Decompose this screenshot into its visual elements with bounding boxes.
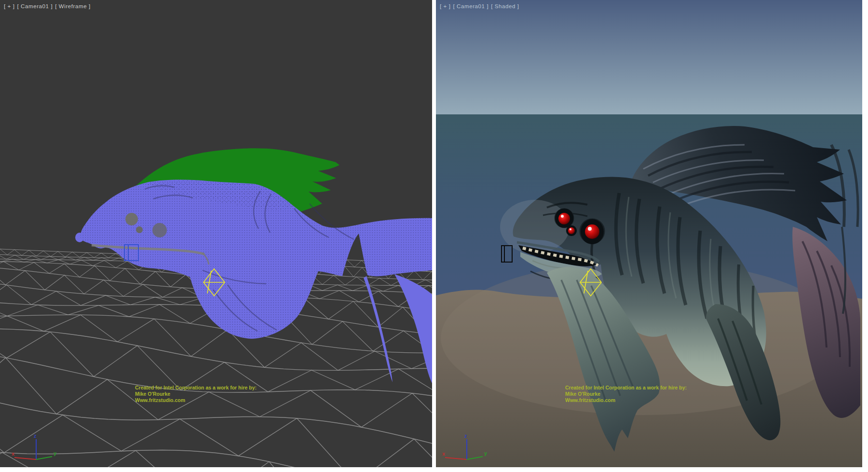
- svg-text:Mike O'Rourke: Mike O'Rourke: [135, 391, 170, 397]
- viewport-plus-menu[interactable]: [ + ]: [440, 3, 451, 9]
- svg-text:y: y: [484, 450, 488, 456]
- svg-text:Created for Intel Corporation: Created for Intel Corporation as a work …: [565, 385, 687, 390]
- viewport-shading-menu[interactable]: [ Shaded ]: [491, 3, 519, 9]
- viewport-shaded[interactable]: Created for Intel Corporation as a work …: [436, 0, 862, 467]
- viewport-plus-menu[interactable]: [ + ]: [4, 3, 15, 9]
- viewport-label: [ + ][ Camera01 ][ Wireframe ]: [4, 3, 93, 9]
- svg-text:Www.fritzstudio.com: Www.fritzstudio.com: [135, 397, 185, 403]
- svg-text:Created for Intel Corporation: Created for Intel Corporation as a work …: [135, 385, 257, 390]
- viewport-wireframe[interactable]: Created for Intel Corporation as a work …: [0, 0, 432, 467]
- viewport-pov-menu[interactable]: [ Camera01 ]: [453, 3, 489, 9]
- viewport-pov-menu[interactable]: [ Camera01 ]: [17, 3, 53, 9]
- 3dsmax-viewport-split: Created for Intel Corporation as a work …: [0, 0, 868, 472]
- sky: [436, 0, 862, 115]
- svg-text:Mike O'Rourke: Mike O'Rourke: [565, 391, 600, 397]
- viewport-shading-menu[interactable]: [ Wireframe ]: [55, 3, 91, 9]
- svg-text:x: x: [12, 451, 15, 457]
- svg-text:y: y: [54, 450, 57, 456]
- svg-text:x: x: [442, 451, 446, 457]
- svg-text:Www.fritzstudio.com: Www.fritzstudio.com: [565, 397, 615, 403]
- svg-text:z: z: [464, 433, 467, 439]
- viewport-label: [ + ][ Camera01 ][ Shaded ]: [440, 3, 522, 9]
- svg-text:z: z: [34, 433, 37, 439]
